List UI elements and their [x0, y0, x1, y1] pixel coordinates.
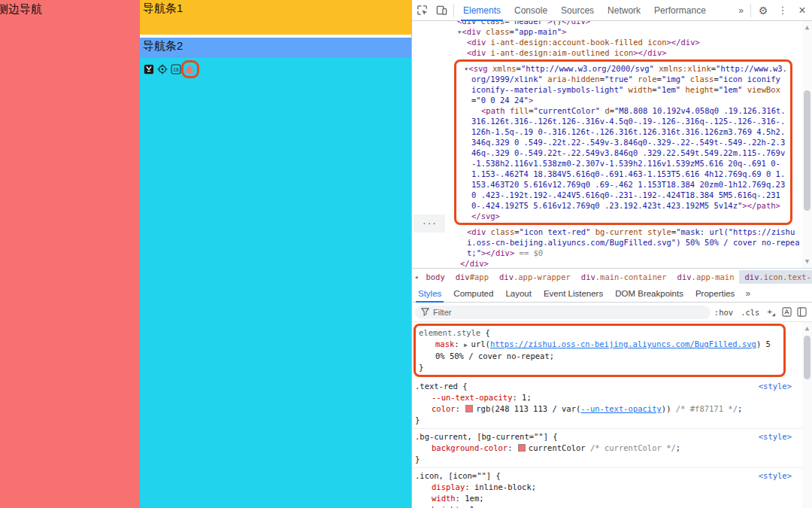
elements-scrollbar[interactable]: ▲ ▼ — [802, 21, 812, 268]
styles-pane: element.style {mask: ▶ url(https://zishu… — [412, 322, 812, 508]
web-page: 侧边导航 导航条1 导航条2 18 — [0, 0, 411, 508]
element-state-button[interactable]: :hov — [710, 308, 737, 317]
sidebar: 侧边导航 — [0, 0, 140, 508]
breadcrumb-item[interactable]: div.main-container — [576, 270, 672, 284]
devtools-tab-bar: ElementsConsoleSourcesNetworkPerformance — [456, 0, 713, 21]
styles-filter-row: Filter :hov .cls +◢ — [412, 303, 812, 322]
css-property-line[interactable]: color: rgb(248 113 113 / var(--un-text-o… — [415, 403, 792, 415]
code-lines-pre: <div class="header">()</div>▾<div class=… — [412, 21, 801, 58]
styles-scroll-thumb[interactable] — [804, 336, 810, 379]
rating-18-text: 18 — [173, 67, 179, 73]
rule-close-brace: } — [415, 454, 792, 465]
breadcrumb-item[interactable]: div.app-main — [672, 270, 740, 284]
code-line[interactable]: <path fill="currentColor" d="M8.808 10.1… — [456, 105, 787, 211]
devtools-tab-elements[interactable]: Elements — [456, 0, 508, 21]
breadcrumb-item[interactable]: div.app-wrapper — [494, 270, 576, 284]
rule-selector[interactable]: element.style { — [419, 327, 776, 339]
style-source-link[interactable]: <style> — [759, 381, 792, 392]
code-line[interactable]: </svg> — [456, 211, 787, 221]
devtools-toolbar: ElementsConsoleSourcesNetworkPerformance… — [412, 0, 812, 21]
style-rule: <style>.bg-current, [bg-current=""] {bac… — [412, 429, 802, 468]
devtools-tab-sources[interactable]: Sources — [554, 0, 601, 21]
sidebar-title: 侧边导航 — [0, 0, 140, 17]
code-line[interactable]: <div i-ant-design:aim-outlined icon></di… — [412, 47, 801, 58]
rule-selector[interactable]: <style>.bg-current, [bg-current=""] { — [415, 431, 792, 443]
filter-placeholder: Filter — [433, 308, 451, 317]
font-editor-icon[interactable] — [779, 305, 794, 320]
breadcrumb-item[interactable]: div.icon.text-red — [739, 270, 812, 284]
css-property-line[interactable]: width: 1em; — [415, 493, 792, 504]
aim-outlined-icon — [157, 64, 168, 75]
elements-tree: <div class="header">()</div>▾<div class=… — [412, 21, 812, 268]
breadcrumb-item[interactable]: div#app — [450, 270, 494, 284]
navbar-2: 导航条2 — [140, 38, 411, 58]
styles-tabs: StylesComputedLayoutEvent ListenersDOM B… — [412, 284, 741, 303]
style-rule: element.style {mask: ▶ url(https://zishu… — [414, 324, 786, 377]
toolbar-divider-2 — [750, 4, 751, 17]
css-property-line[interactable]: --un-text-opacity: 1; — [415, 392, 792, 403]
device-toolbar-icon[interactable] — [432, 1, 451, 20]
svg-annotation-box: ▾<svg xmlns="http://www.w3.org/2000/svg"… — [454, 59, 792, 225]
styles-scroll-up-icon[interactable]: ▲ — [802, 324, 812, 333]
filter-funnel-icon — [421, 308, 429, 316]
rating-18-outlined-icon: 18 — [171, 64, 181, 75]
elements-scroll-thumb[interactable] — [804, 90, 810, 211]
rule-selector[interactable]: <style>.icon, [icon=""] { — [415, 470, 792, 482]
css-property-line[interactable]: height: 1em; — [415, 504, 792, 508]
styles-more-tabs-icon[interactable]: » — [741, 288, 755, 299]
devtools-panel: ElementsConsoleSourcesNetworkPerformance… — [411, 0, 812, 508]
code-line[interactable]: <div class="icon text-red" bg-current st… — [412, 227, 801, 258]
code-lines-post: <div class="icon text-red" bg-current st… — [412, 227, 801, 268]
account-book-filled-icon — [144, 64, 154, 75]
breadcrumb-item[interactable]: body — [420, 270, 450, 284]
code-line[interactable]: ▾<svg xmlns="http://www.w3.org/2000/svg"… — [456, 63, 787, 105]
devtools-tab-network[interactable]: Network — [601, 0, 647, 21]
code-lines-svg: ▾<svg xmlns="http://www.w3.org/2000/svg"… — [456, 63, 787, 221]
rule-close-brace: } — [419, 362, 776, 373]
breadcrumb: ◂ bodydiv#appdiv.app-wrapperdiv.main-con… — [412, 268, 812, 284]
devtools-tab-console[interactable]: Console — [508, 0, 554, 21]
close-devtools-icon[interactable]: × — [792, 1, 812, 20]
css-property-line[interactable]: background-color: currentColor /* curren… — [415, 443, 792, 454]
style-rule: <style>.icon, [icon=""] {display: inline… — [412, 468, 802, 508]
inspect-element-icon[interactable] — [412, 1, 432, 20]
more-tabs-icon[interactable]: » — [734, 5, 748, 16]
styles-tab-properties[interactable]: Properties — [689, 284, 741, 303]
color-swatch[interactable] — [465, 405, 473, 412]
code-line[interactable]: ▾<div class="app-main"> — [412, 26, 801, 37]
main-area: 导航条1 导航条2 18 — [140, 0, 411, 508]
styles-tab-bar: StylesComputedLayoutEvent ListenersDOM B… — [412, 284, 812, 303]
devtools-tab-performance[interactable]: Performance — [647, 0, 713, 21]
settings-gear-icon[interactable]: ⚙ — [753, 1, 773, 20]
styles-tab-event-listeners[interactable]: Event Listeners — [538, 284, 609, 303]
css-property-line[interactable]: display: inline-block; — [415, 482, 792, 493]
style-source-link[interactable]: <style> — [759, 431, 792, 443]
style-source-link[interactable]: <style> — [759, 470, 792, 482]
code-line[interactable]: <div i-ant-design:account-book-filled ic… — [412, 37, 801, 47]
rule-selector[interactable]: <style>.text-red { — [415, 381, 792, 392]
bug-annotation-ring — [181, 60, 199, 78]
gutter-more-button[interactable]: ... — [414, 214, 445, 233]
breadcrumb-left-icon[interactable]: ◂ — [412, 273, 420, 281]
styles-scrollbar[interactable]: ▲ — [802, 322, 812, 508]
code-line[interactable]: </div> — [412, 258, 801, 268]
new-style-rule-button[interactable]: +◢ — [763, 307, 779, 318]
class-toggle-button[interactable]: .cls — [737, 308, 763, 317]
css-property-line[interactable]: mask: ▶ url(https://zishui.oss-cn-beijin… — [419, 339, 776, 362]
color-swatch[interactable] — [518, 444, 526, 452]
styles-tab-computed[interactable]: Computed — [447, 284, 499, 303]
breadcrumb-items: bodydiv#appdiv.app-wrapperdiv.main-conta… — [420, 270, 812, 284]
styles-tab-styles[interactable]: Styles — [412, 284, 447, 303]
content-area: 18 — [140, 58, 411, 508]
kebab-menu-icon[interactable]: ⋮ — [773, 1, 792, 20]
style-rule: <style>.text-red {--un-text-opacity: 1;c… — [412, 379, 802, 429]
scroll-down-icon[interactable]: ▼ — [802, 257, 812, 266]
computed-sidebar-toggle-icon[interactable] — [794, 305, 809, 320]
styles-tab-layout[interactable]: Layout — [499, 284, 538, 303]
filter-input[interactable]: Filter — [415, 306, 710, 319]
toolbar-divider — [453, 4, 454, 17]
code-line[interactable]: <div class="header">()</div> — [412, 21, 801, 26]
styles-tab-dom-breakpoints[interactable]: DOM Breakpoints — [609, 284, 689, 303]
rule-close-brace: } — [415, 415, 792, 426]
scroll-up-icon[interactable]: ▲ — [802, 23, 812, 32]
